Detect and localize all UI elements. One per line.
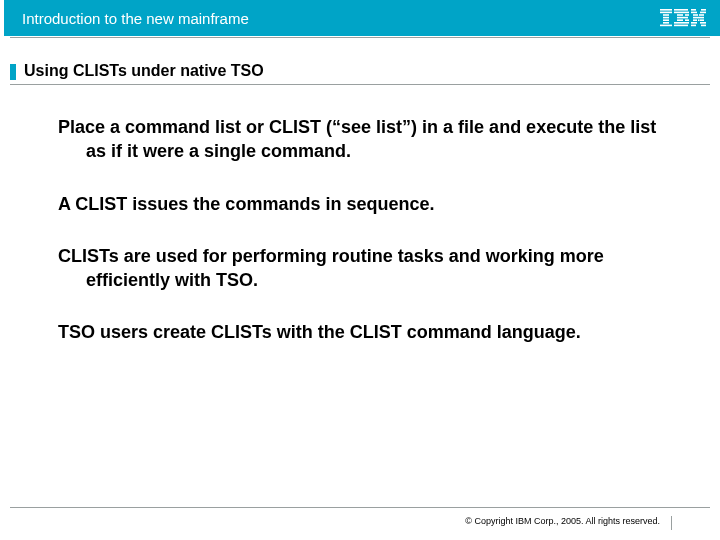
svg-rect-6 bbox=[660, 25, 672, 27]
header-underline bbox=[10, 37, 710, 38]
header-bar: Introduction to the new mainframe bbox=[0, 0, 720, 36]
svg-rect-18 bbox=[691, 12, 697, 14]
svg-rect-11 bbox=[677, 17, 688, 19]
svg-rect-3 bbox=[663, 17, 669, 19]
svg-rect-10 bbox=[685, 14, 689, 16]
svg-rect-28 bbox=[691, 25, 696, 27]
svg-rect-27 bbox=[700, 22, 706, 24]
footer-tick bbox=[671, 516, 672, 530]
svg-rect-22 bbox=[693, 17, 704, 19]
svg-rect-12 bbox=[677, 19, 683, 21]
svg-rect-5 bbox=[663, 22, 669, 24]
paragraph: CLISTs are used for performing routine t… bbox=[58, 244, 680, 293]
slide-title: Using CLISTs under native TSO bbox=[24, 62, 710, 80]
svg-rect-24 bbox=[698, 19, 700, 21]
title-accent bbox=[10, 64, 16, 80]
title-row: Using CLISTs under native TSO bbox=[10, 62, 710, 85]
svg-rect-2 bbox=[663, 14, 669, 16]
svg-rect-4 bbox=[663, 19, 669, 21]
svg-rect-21 bbox=[699, 14, 704, 16]
svg-rect-23 bbox=[693, 19, 697, 21]
svg-rect-17 bbox=[701, 9, 706, 11]
svg-rect-20 bbox=[693, 14, 698, 16]
svg-rect-7 bbox=[674, 9, 688, 11]
footer-divider bbox=[10, 507, 710, 508]
svg-rect-9 bbox=[677, 14, 683, 16]
svg-rect-26 bbox=[691, 22, 697, 24]
svg-rect-15 bbox=[674, 25, 688, 27]
svg-rect-25 bbox=[700, 19, 704, 21]
svg-rect-8 bbox=[674, 12, 689, 14]
svg-rect-1 bbox=[660, 12, 672, 14]
svg-rect-13 bbox=[685, 19, 689, 21]
svg-rect-0 bbox=[660, 9, 672, 11]
ibm-logo-icon bbox=[660, 9, 706, 27]
paragraph: TSO users create CLISTs with the CLIST c… bbox=[58, 320, 680, 344]
content-area: Place a command list or CLIST (“see list… bbox=[0, 85, 720, 345]
svg-rect-16 bbox=[691, 9, 696, 11]
header-title: Introduction to the new mainframe bbox=[22, 10, 249, 27]
paragraph: Place a command list or CLIST (“see list… bbox=[58, 115, 680, 164]
svg-rect-14 bbox=[674, 22, 689, 24]
svg-rect-29 bbox=[701, 25, 706, 27]
svg-rect-19 bbox=[700, 12, 706, 14]
paragraph: A CLIST issues the commands in sequence. bbox=[58, 192, 680, 216]
copyright-text: © Copyright IBM Corp., 2005. All rights … bbox=[465, 516, 660, 526]
